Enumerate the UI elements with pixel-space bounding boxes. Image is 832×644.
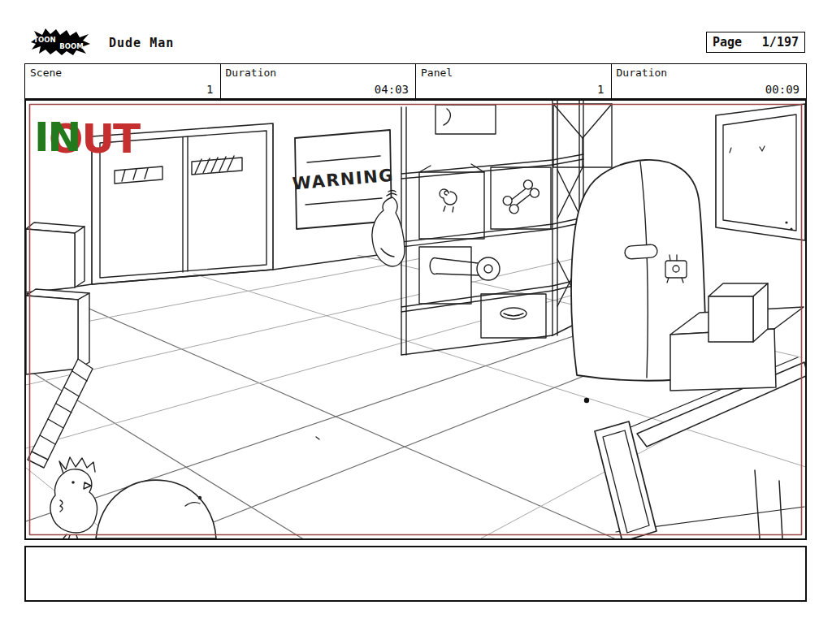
storyboard-panel: OUT IN WARNING bbox=[24, 99, 807, 540]
window bbox=[716, 104, 805, 240]
crate-cube bbox=[708, 283, 768, 342]
panel-duration-cell: Duration 00:09 bbox=[611, 64, 807, 98]
in-text: IN bbox=[34, 114, 80, 161]
bird-character bbox=[50, 457, 98, 538]
page-label: Page bbox=[713, 35, 742, 50]
scene-duration-cell: Duration 04:03 bbox=[220, 64, 416, 98]
toonboom-logo-graphic: TOON BOOM bbox=[29, 28, 91, 57]
panel-number-label: Panel bbox=[421, 67, 453, 79]
page-value: 1/197 bbox=[762, 35, 799, 50]
scene-cell: Scene 1 bbox=[25, 64, 220, 98]
shelf-box-spiral bbox=[419, 164, 484, 239]
scene-duration-value: 04:03 bbox=[375, 83, 409, 96]
storyboard-page: TOON BOOM Dude Man Page 1/197 Scene 1 Du… bbox=[0, 0, 832, 644]
door-window-right bbox=[192, 156, 242, 175]
shelf-box-mid bbox=[419, 247, 471, 304]
page-indicator: Page 1/197 bbox=[706, 32, 805, 53]
round-mound bbox=[96, 480, 216, 538]
toonboom-logo: TOON BOOM bbox=[29, 28, 91, 60]
scene-duration-label: Duration bbox=[226, 67, 277, 79]
storyboard-drawing: OUT IN WARNING bbox=[26, 101, 805, 538]
scene-value: 1 bbox=[206, 83, 213, 96]
shelf-box-bone bbox=[491, 167, 551, 229]
caption-box bbox=[24, 546, 807, 602]
scene-label: Scene bbox=[30, 67, 62, 79]
logo-text-boom: BOOM bbox=[59, 42, 83, 50]
panel-duration-value: 00:09 bbox=[765, 83, 800, 96]
project-title: Dude Man bbox=[109, 36, 174, 50]
page-header: TOON BOOM Dude Man Page 1/197 bbox=[24, 28, 807, 58]
shelf-box-bottom bbox=[481, 294, 546, 338]
floor-mark bbox=[316, 437, 319, 439]
panel-number-cell: Panel 1 bbox=[415, 64, 611, 98]
shelf-box-top bbox=[436, 105, 496, 134]
in-out-sign: OUT IN bbox=[34, 114, 141, 162]
panel-duration-label: Duration bbox=[617, 67, 668, 79]
left-wall-boxes bbox=[26, 223, 89, 374]
door-window-left bbox=[115, 166, 162, 184]
panel-number-value: 1 bbox=[597, 83, 604, 96]
logo-text-toon: TOON bbox=[33, 36, 55, 44]
panel-info-bar: Scene 1 Duration 04:03 Panel 1 Duration … bbox=[24, 63, 807, 99]
floor-dot bbox=[584, 398, 589, 403]
